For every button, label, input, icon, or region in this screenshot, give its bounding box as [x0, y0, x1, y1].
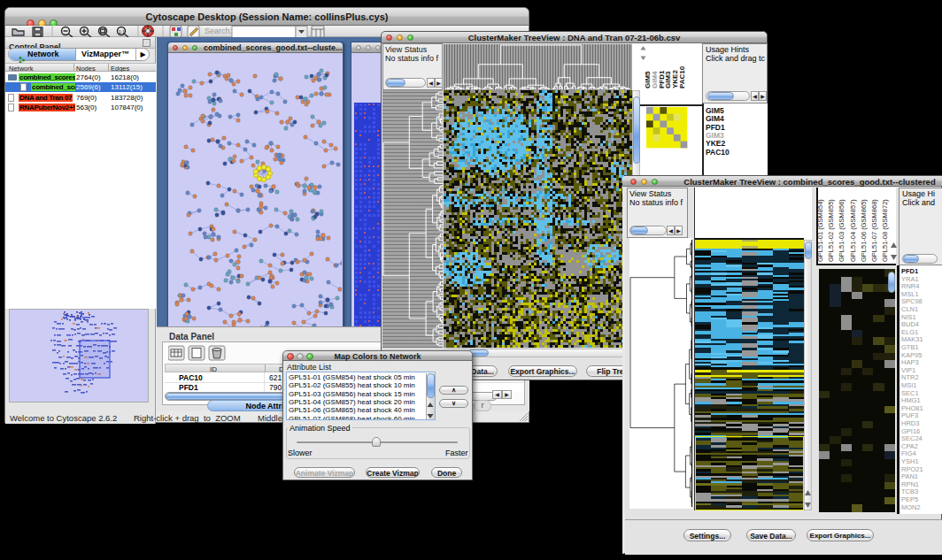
svg-text:GPL51-04 (GSM857): GPL51-04 (GSM857): [849, 199, 857, 262]
svg-text:Search:: Search:: [205, 27, 232, 35]
svg-text:GPL51-08 (GSM872): GPL51-08 (GSM872): [881, 199, 889, 262]
svg-text:MON2: MON2: [901, 503, 921, 511]
svg-text:PAC10: PAC10: [706, 148, 730, 157]
svg-text:GPL51-07 (GSM868): GPL51-07 (GSM868): [870, 199, 878, 262]
svg-text:PAC10: PAC10: [678, 65, 686, 88]
svg-text:GPL51-06 (GSM865): GPL51-06 (GSM865): [860, 199, 868, 262]
svg-text:GPL51-02 (GSM855): GPL51-02 (GSM855): [827, 199, 835, 262]
svg-text:1:1: 1:1: [119, 29, 125, 35]
svg-text:GPL51-01 (GSM854): GPL51-01 (GSM854): [818, 199, 824, 262]
svg-text:GPL51-03 (GSM856): GPL51-03 (GSM856): [838, 199, 845, 262]
